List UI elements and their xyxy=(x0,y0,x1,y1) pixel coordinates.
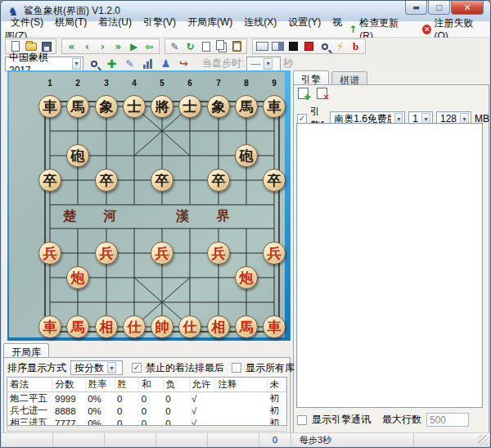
ban-moves-checkbox[interactable]: ✓ xyxy=(132,363,142,373)
book-hscrollbar[interactable] xyxy=(7,426,287,432)
zoom-button[interactable] xyxy=(317,40,332,53)
red-side-button[interactable] xyxy=(301,40,317,53)
black-piece-車[interactable]: 車 xyxy=(263,95,286,118)
red-piece-兵[interactable]: 兵 xyxy=(207,242,230,265)
undo-move-button[interactable]: ⇦ xyxy=(142,40,157,53)
save-floppy-icon xyxy=(42,42,52,52)
edit-position-button[interactable]: ✎ xyxy=(167,40,182,53)
menu-item[interactable]: 设置(Y) xyxy=(282,15,327,29)
red-piece-馬[interactable]: 馬 xyxy=(235,315,258,338)
red-piece-帥[interactable]: 帥 xyxy=(151,315,173,338)
black-piece-卒[interactable]: 卒 xyxy=(38,169,61,192)
search-position-button[interactable] xyxy=(86,57,101,70)
red-piece-相[interactable]: 相 xyxy=(207,315,230,338)
menu-item[interactable]: 开局库(W) xyxy=(182,15,238,29)
xiangqi-board[interactable]: 123456789 楚 河 漢 界 車馬象士將士象馬車砲砲卒卒卒卒卒兵兵兵兵兵炮… xyxy=(7,70,291,341)
red-piece-馬[interactable]: 馬 xyxy=(66,315,89,338)
book-move-row[interactable]: 兵七进一88880%000√初 xyxy=(7,405,286,417)
black-piece-馬[interactable]: 馬 xyxy=(235,95,258,118)
close-button[interactable]: ✕ xyxy=(451,1,484,15)
refresh-button[interactable]: ↻ xyxy=(182,40,198,53)
add-engine-button[interactable]: ✚ xyxy=(298,88,309,102)
book-select[interactable]: 中国象棋2017 ▾ xyxy=(5,57,83,71)
bold-button[interactable]: b xyxy=(348,40,363,53)
book-column-header[interactable]: 允许 xyxy=(189,378,215,392)
step-time-select[interactable]: — ▾ xyxy=(246,57,281,71)
book-column-header[interactable]: 负 xyxy=(163,378,189,392)
black-side-button[interactable] xyxy=(286,40,301,53)
toolbar-secondary: 中国象棋2017 ▾ ✚ ✎ ♟ ↪ 当盘步时: — ▾ 秒 xyxy=(2,55,489,72)
black-piece-士[interactable]: 士 xyxy=(123,95,146,118)
black-piece-卒[interactable]: 卒 xyxy=(95,169,118,192)
engine-output-list[interactable] xyxy=(296,123,483,408)
book-column-header[interactable]: 未 xyxy=(267,378,286,392)
menu-item[interactable]: 连线(X) xyxy=(238,15,282,29)
play-button[interactable]: ▶ xyxy=(126,40,142,53)
copy-button[interactable] xyxy=(214,40,229,53)
board-view-button[interactable] xyxy=(255,40,270,53)
split-view-button[interactable] xyxy=(270,40,286,53)
book-cell-score: 9999 xyxy=(52,392,85,405)
book-cell-note xyxy=(215,405,267,417)
menu-item[interactable]: 棋局(T) xyxy=(49,15,92,29)
red-piece-兵[interactable]: 兵 xyxy=(38,242,61,265)
black-piece-將[interactable]: 將 xyxy=(151,95,173,118)
book-move-row[interactable]: 炮二平五99990%000√初 xyxy=(7,392,286,405)
remove-engine-button[interactable]: ✕ xyxy=(317,88,327,102)
go-back-button[interactable]: ‹ xyxy=(79,40,95,53)
red-piece-兵[interactable]: 兵 xyxy=(263,242,286,265)
max-lines-input[interactable] xyxy=(426,413,469,427)
book-column-header[interactable]: 和 xyxy=(139,378,164,392)
menu-item[interactable]: 引擎(V) xyxy=(137,15,182,29)
book-column-header[interactable]: 胜 xyxy=(115,378,139,392)
book-cell-move: 兵七进一 xyxy=(7,405,52,417)
book-table-container[interactable]: 着法分数胜率胜和负允许注释未 炮二平五99990%000√初兵七进一88880%… xyxy=(7,377,287,426)
red-piece-炮[interactable]: 炮 xyxy=(235,266,258,289)
black-piece-象[interactable]: 象 xyxy=(207,95,230,118)
book-column-header[interactable]: 胜率 xyxy=(85,378,115,392)
resize-grip[interactable] xyxy=(478,435,489,446)
black-piece-砲[interactable]: 砲 xyxy=(66,144,89,167)
book-move-row[interactable]: 相三进五77770%000√初 xyxy=(7,417,286,426)
book-column-header[interactable]: 分数 xyxy=(52,378,85,392)
book-table-header[interactable]: 着法分数胜率胜和负允许注释未 xyxy=(7,378,286,392)
red-piece-相[interactable]: 相 xyxy=(95,315,118,338)
go-forward-button[interactable]: › xyxy=(95,40,110,53)
red-piece-車[interactable]: 車 xyxy=(38,315,61,338)
copy-fen-button[interactable] xyxy=(198,40,214,53)
show-comm-checkbox[interactable] xyxy=(297,415,307,425)
black-piece-卒[interactable]: 卒 xyxy=(151,169,173,192)
quick-analyze-button[interactable]: ⚡ xyxy=(332,40,348,53)
add-move-button[interactable]: ✚ xyxy=(104,57,119,70)
red-piece-車[interactable]: 車 xyxy=(263,315,286,338)
black-piece-士[interactable]: 士 xyxy=(178,95,201,118)
black-piece-車[interactable]: 車 xyxy=(38,95,61,118)
red-piece-兵[interactable]: 兵 xyxy=(95,242,118,265)
red-piece-兵[interactable]: 兵 xyxy=(151,242,173,265)
black-piece-卒[interactable]: 卒 xyxy=(263,169,286,192)
go-last-button[interactable]: » xyxy=(110,40,126,53)
sort-mode-select[interactable]: 按分数 ▾ xyxy=(70,360,123,375)
red-piece-炮[interactable]: 炮 xyxy=(66,266,89,289)
maximize-button[interactable]: □ xyxy=(428,1,450,15)
statistics-button[interactable] xyxy=(140,57,155,70)
black-piece-象[interactable]: 象 xyxy=(95,95,118,118)
book-column-header[interactable]: 着法 xyxy=(7,378,52,392)
player-button[interactable]: ♟ xyxy=(158,57,173,70)
edit-book-button[interactable]: ✎ xyxy=(122,57,137,70)
menu-item[interactable]: 着法(U) xyxy=(92,15,137,29)
book-column-header[interactable]: 注释 xyxy=(215,378,267,392)
black-piece-卒[interactable]: 卒 xyxy=(207,169,230,192)
red-piece-仕[interactable]: 仕 xyxy=(178,315,201,338)
black-piece-馬[interactable]: 馬 xyxy=(66,95,89,118)
column-number: 8 xyxy=(241,79,251,88)
paste-button[interactable] xyxy=(229,40,245,53)
show-all-books-checkbox[interactable] xyxy=(232,363,241,373)
red-piece-仕[interactable]: 仕 xyxy=(123,315,146,338)
move-now-button[interactable]: ↪ xyxy=(176,57,191,70)
step-time-value: — xyxy=(250,58,260,70)
minimize-button[interactable]: ▬ xyxy=(405,1,427,15)
sort-mode-value: 按分数 xyxy=(74,361,104,375)
black-piece-砲[interactable]: 砲 xyxy=(235,144,258,167)
menu-item[interactable]: 文件(S) xyxy=(5,15,49,29)
